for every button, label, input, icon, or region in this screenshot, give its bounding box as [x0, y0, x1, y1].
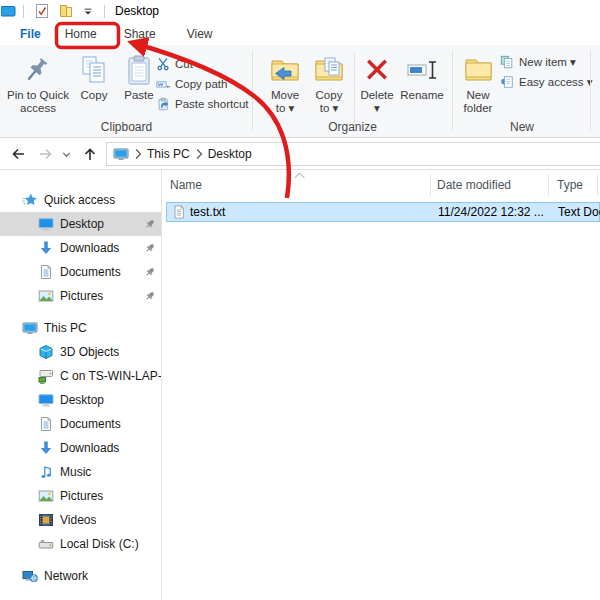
new-folder-button[interactable]: Newfolder	[456, 51, 500, 121]
rename-icon	[406, 54, 438, 86]
sidebar-item-downloads[interactable]: Downloads	[0, 236, 161, 260]
documents-icon	[38, 416, 54, 432]
back-icon[interactable]	[10, 146, 26, 162]
sidebar-item-label: Pictures	[60, 289, 103, 303]
copy-to-button[interactable]: Copyto ▾	[308, 51, 350, 121]
breadcrumb-this-pc[interactable]: This PC	[147, 147, 190, 161]
pin-small-icon	[144, 242, 156, 254]
tab-share[interactable]: Share	[112, 22, 168, 45]
copy-to-icon	[313, 54, 345, 86]
sidebar-item-local-disk-c[interactable]: Local Disk (C:)	[0, 532, 161, 556]
column-separator[interactable]	[430, 174, 431, 196]
group-inner-divider	[354, 53, 355, 125]
qat-dropdown-icon[interactable]	[82, 5, 94, 17]
cut-button[interactable]: Cut	[156, 56, 193, 72]
pin-icon	[22, 54, 54, 86]
group-label-clipboard: Clipboard	[0, 120, 253, 134]
chevron-down-icon[interactable]	[60, 148, 73, 161]
sidebar-item-label: Local Disk (C:)	[60, 537, 139, 551]
column-header-date-modified[interactable]: Date modified	[437, 178, 511, 192]
sidebar-section-this-pc[interactable]: This PC	[0, 316, 161, 340]
copy-path-button[interactable]: Copy path	[156, 76, 227, 92]
up-icon[interactable]	[82, 146, 98, 162]
sidebar-item-label: Desktop	[60, 217, 104, 231]
tab-home[interactable]: Home	[53, 22, 109, 45]
sidebar-item-pictures[interactable]: Pictures	[0, 484, 161, 508]
column-separator[interactable]	[597, 174, 598, 196]
new-item-button[interactable]: New item ▾	[500, 54, 576, 70]
paste-button[interactable]: Paste	[117, 51, 161, 121]
local-disk-icon	[38, 536, 54, 552]
chevron-right-icon	[195, 148, 203, 160]
easy-access-button[interactable]: Easy access ▾	[500, 74, 593, 90]
sidebar-section-network[interactable]: Network	[0, 564, 161, 588]
paste-shortcut-button[interactable]: Paste shortcut	[156, 96, 249, 112]
window-title: Desktop	[115, 4, 159, 18]
titlebar-separator	[23, 5, 24, 18]
rename-button[interactable]: Rename	[398, 51, 446, 121]
this-pc-icon	[113, 146, 129, 162]
sidebar-item-label: Downloads	[60, 241, 119, 255]
column-header-name[interactable]: Name	[170, 178, 202, 192]
new-folder-icon	[462, 54, 494, 86]
tab-view[interactable]: View	[175, 22, 225, 45]
breadcrumb-desktop[interactable]: Desktop	[208, 147, 252, 161]
qat-folder-icon[interactable]	[58, 3, 74, 19]
pin-small-icon	[144, 290, 156, 302]
group-divider	[252, 50, 253, 130]
properties-check-icon[interactable]	[34, 3, 50, 19]
this-pc-icon	[22, 320, 38, 336]
sidebar-item-videos[interactable]: Videos	[0, 508, 161, 532]
sidebar-item-documents[interactable]: Documents	[0, 412, 161, 436]
sidebar-item-desktop[interactable]: Desktop	[0, 388, 161, 412]
copy-icon	[78, 54, 110, 86]
sidebar-section-quick-access[interactable]: Quick access	[0, 188, 161, 212]
videos-icon	[38, 512, 54, 528]
sidebar-item-label: Desktop	[60, 393, 104, 407]
move-to-button[interactable]: Moveto ▾	[264, 51, 306, 121]
file-type: Text Document	[558, 205, 600, 219]
ribbon-tab-bar: File Home Share View	[0, 22, 600, 45]
sidebar-item-pictures[interactable]: Pictures	[0, 284, 161, 308]
group-label-organize: Organize	[253, 120, 452, 134]
sort-ascending-icon	[292, 171, 307, 179]
copy-path-icon	[156, 77, 170, 91]
pictures-icon	[38, 288, 54, 304]
forward-icon[interactable]	[38, 146, 54, 162]
sidebar-item-music[interactable]: Music	[0, 460, 161, 484]
sidebar-item-label: Pictures	[60, 489, 103, 503]
sidebar-item-3d-objects[interactable]: 3D Objects	[0, 340, 161, 364]
sidebar-section-label: Network	[44, 569, 88, 583]
column-separator[interactable]	[548, 174, 549, 196]
easy-access-icon	[500, 75, 514, 89]
network-drive-icon	[38, 368, 54, 384]
column-header-type[interactable]: Type	[557, 178, 583, 192]
text-file-icon	[172, 205, 186, 219]
sidebar-item-c-on-ts-win-lap-1[interactable]: C on TS-WIN-LAP-1	[0, 364, 161, 388]
group-divider	[590, 50, 591, 130]
explorer-window: { "titlebar": { "title": "Desktop", "ico…	[0, 0, 600, 600]
pin-small-icon	[144, 266, 156, 278]
sidebar-section-label: Quick access	[44, 193, 115, 207]
copy-button[interactable]: Copy	[72, 51, 116, 121]
sidebar-item-desktop[interactable]: Desktop	[0, 212, 161, 236]
file-list: Name Date modified Type test.txt11/24/20…	[162, 170, 600, 600]
paste-icon	[123, 54, 155, 86]
delete-button[interactable]: Delete▾	[356, 51, 398, 121]
paste-shortcut-icon	[156, 97, 170, 111]
sidebar-item-documents[interactable]: Documents	[0, 260, 161, 284]
quick-access-star-icon	[22, 192, 38, 208]
file-row-test-txt[interactable]: test.txt11/24/2022 12:32 ...Text Documen…	[166, 202, 600, 222]
downloads-icon	[38, 440, 54, 456]
titlebar: Desktop	[0, 0, 600, 22]
sidebar-item-downloads[interactable]: Downloads	[0, 436, 161, 460]
downloads-icon	[38, 240, 54, 256]
address-bar[interactable]: This PC Desktop	[106, 142, 600, 166]
file-name: test.txt	[190, 205, 225, 219]
sidebar-item-label: Music	[60, 465, 91, 479]
pictures-icon	[38, 488, 54, 504]
pin-to-quick-access-button[interactable]: Pin to Quickaccess	[6, 51, 70, 121]
tab-file[interactable]: File	[8, 22, 53, 45]
music-icon	[38, 464, 54, 480]
pin-small-icon	[144, 218, 156, 230]
